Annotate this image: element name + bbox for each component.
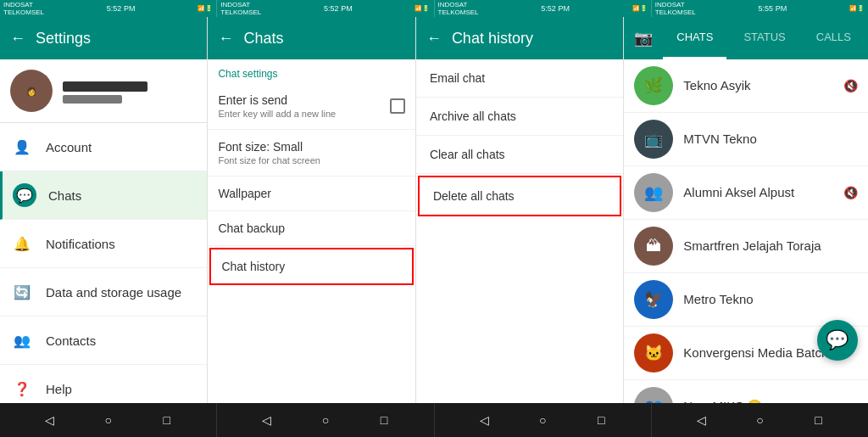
tab-chats[interactable]: CHATS: [663, 17, 726, 59]
settings-item-list: 👤 Account 💬 Chats 🔔 Notifications 🔄 Data…: [0, 123, 207, 403]
email-chat-label: Email chat: [430, 71, 485, 85]
wallpaper-label: Wallpaper: [218, 187, 404, 200]
panel-contacts: 📷 CHATS STATUS CALLS 🌿 Tekno Asyik 🔇 📺 M…: [624, 17, 868, 403]
contact-item-3[interactable]: 👥 Alumni Aksel Alpust 🔇: [624, 166, 868, 220]
account-icon: 👤: [10, 135, 34, 159]
time-4: 5:55 PM: [759, 4, 787, 13]
avatar-2: 📺: [634, 120, 673, 159]
data-icon: 🔄: [10, 280, 34, 304]
profile-info: [63, 78, 147, 104]
enter-is-send-item[interactable]: Enter is send Enter key will add a new l…: [208, 83, 415, 130]
contact-info-1: Tekno Asyik: [683, 78, 840, 93]
clear-all-label: Clear all chats: [430, 148, 505, 161]
chats-header: ← Chats: [208, 17, 415, 59]
recent-button-3[interactable]: □: [593, 412, 609, 429]
back-button-1[interactable]: ◁: [42, 412, 58, 429]
avatar: 👩: [10, 70, 53, 112]
panel-settings: ← Settings 👩 👤 Account 💬 Chats 🔔 Notific…: [0, 17, 208, 403]
history-back-button[interactable]: ←: [426, 30, 442, 48]
contact-name-6: Konvergensi Media Batch 3: [683, 345, 838, 360]
clear-all-item[interactable]: Clear all chats: [416, 136, 623, 174]
settings-item-chats[interactable]: 💬 Chats: [0, 171, 207, 220]
chats-label: Chats: [48, 188, 81, 203]
contact-info-5: Metro Tekno: [683, 292, 858, 307]
contacts-label: Contacts: [46, 333, 96, 348]
email-chat-item[interactable]: Email chat: [416, 59, 623, 98]
delete-all-item[interactable]: Delete all chats: [418, 176, 621, 216]
nav-bar-1: ◁ ○ □: [0, 403, 217, 437]
status-bar-4: INDOSATTELKOMSEL 5:55 PM 📶🔋: [652, 0, 868, 17]
home-button-3[interactable]: ○: [534, 412, 551, 429]
time-3: 5:52 PM: [541, 4, 570, 13]
font-size-text: Font size: Small Font size for chat scre…: [218, 140, 320, 165]
font-size-item[interactable]: Font size: Small Font size for chat scre…: [208, 130, 415, 176]
help-label: Help: [46, 382, 72, 396]
tab-calls[interactable]: CALLS: [803, 17, 865, 59]
chat-backup-item[interactable]: Chat backup: [208, 211, 415, 246]
chat-history-label: Chat history: [221, 260, 401, 273]
home-button-1[interactable]: ○: [100, 412, 117, 429]
time-1: 5:52 PM: [107, 4, 136, 13]
contact-info-7: New MIKS 😊: [683, 399, 858, 403]
chat-settings-label: Chat settings: [208, 59, 415, 83]
contacts-icon: 👥: [10, 328, 34, 352]
contact-name-1: Tekno Asyik: [683, 78, 750, 92]
notifications-icon: 🔔: [10, 232, 34, 255]
contact-item-1[interactable]: 🌿 Tekno Asyik 🔇: [624, 59, 868, 113]
contact-item-4[interactable]: 🏔 Smartfren Jelajah Toraja: [624, 220, 868, 273]
carrier-4: INDOSATTELKOMSEL: [655, 1, 696, 16]
status-bars: INDOSATTELKOMSEL 5:52 PM 📶🔋 INDOSATTELKO…: [0, 0, 868, 17]
nav-bar-3: ◁ ○ □: [435, 403, 652, 437]
chat-history-item[interactable]: Chat history: [209, 248, 413, 285]
archive-all-item[interactable]: Archive all chats: [416, 98, 623, 136]
wallpaper-item[interactable]: Wallpaper: [208, 176, 415, 211]
history-title: Chat history: [452, 30, 533, 48]
chat-backup-label: Chat backup: [218, 221, 404, 235]
camera-icon[interactable]: 📷: [627, 29, 659, 48]
back-button-4[interactable]: ◁: [693, 412, 709, 429]
settings-item-help[interactable]: ❓ Help: [0, 365, 207, 403]
icons-4: 📶🔋: [849, 5, 865, 12]
enter-is-send-checkbox[interactable]: [390, 98, 405, 114]
contacts-header: 📷 CHATS STATUS CALLS: [624, 17, 868, 59]
avatar-5: 🦅: [634, 280, 673, 319]
font-size-label: Font size: Small: [218, 140, 320, 154]
main-panels: ← Settings 👩 👤 Account 💬 Chats 🔔 Notific…: [0, 17, 868, 403]
status-bar-2: INDOSATTELKOMSEL 5:52 PM 📶🔋: [217, 0, 434, 17]
muted-icon-1: 🔇: [843, 79, 858, 92]
tab-status[interactable]: STATUS: [730, 17, 798, 59]
contact-item-7[interactable]: 👥 New MIKS 😊: [624, 380, 868, 403]
time-2: 5:52 PM: [324, 4, 353, 13]
settings-profile[interactable]: 👩: [0, 59, 207, 123]
recent-button-1[interactable]: □: [159, 412, 175, 429]
back-button-2[interactable]: ◁: [259, 412, 275, 429]
avatar-7: 👥: [634, 387, 673, 403]
settings-item-data[interactable]: 🔄 Data and storage usage: [0, 268, 207, 317]
settings-back-button[interactable]: ←: [10, 30, 25, 48]
avatar-1: 🌿: [634, 66, 673, 105]
carrier-1: INDOSATTELKOMSEL: [3, 1, 44, 16]
notifications-label: Notifications: [46, 237, 115, 251]
contact-info-4: Smartfren Jelajah Toraja: [683, 238, 858, 254]
muted-icon-3: 🔇: [843, 186, 858, 199]
home-button-2[interactable]: ○: [317, 412, 334, 429]
settings-item-account[interactable]: 👤 Account: [0, 123, 207, 171]
settings-item-contacts[interactable]: 👥 Contacts: [0, 317, 207, 365]
font-size-sublabel: Font size for chat screen: [218, 155, 320, 165]
chats-back-button[interactable]: ←: [218, 30, 233, 48]
back-button-3[interactable]: ◁: [476, 412, 492, 429]
status-bar-3: INDOSATTELKOMSEL 5:52 PM 📶🔋: [435, 0, 652, 17]
nav-bar-2: ◁ ○ □: [217, 403, 434, 437]
fab-button[interactable]: 💬: [817, 320, 858, 361]
contact-item-2[interactable]: 📺 MTVN Tekno: [624, 113, 868, 166]
home-button-4[interactable]: ○: [751, 412, 768, 429]
icons-2: 📶🔋: [415, 5, 430, 12]
avatar-4: 🏔: [634, 227, 673, 266]
settings-item-notifications[interactable]: 🔔 Notifications: [0, 220, 207, 268]
icons-1: 📶🔋: [198, 5, 213, 12]
contact-item-5[interactable]: 🦅 Metro Tekno: [624, 273, 868, 327]
enter-is-send-label: Enter is send: [218, 93, 336, 107]
panel-chats: ← Chats Chat settings Enter is send Ente…: [208, 17, 415, 403]
recent-button-2[interactable]: □: [376, 412, 392, 429]
recent-button-4[interactable]: □: [810, 412, 826, 429]
